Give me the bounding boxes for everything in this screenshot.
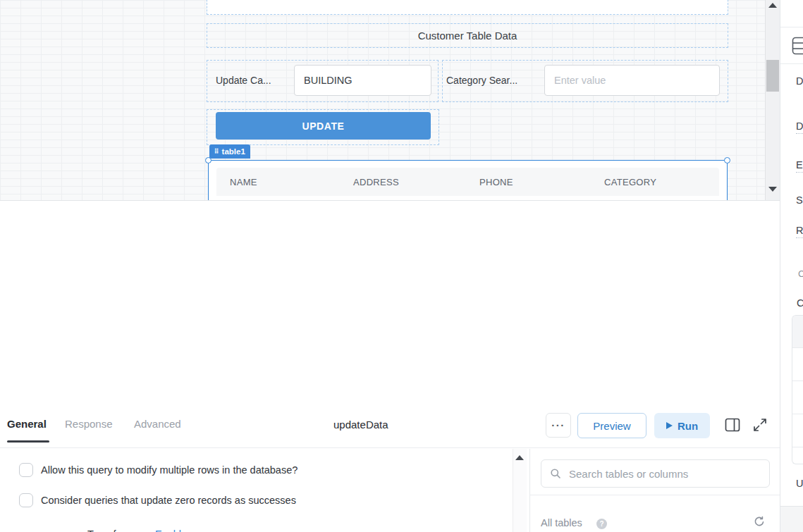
inspector-label-fragment: S — [796, 194, 803, 206]
update-button[interactable]: UPDATE — [216, 112, 431, 140]
expand-icon[interactable] — [752, 416, 768, 433]
help-glyph: ? — [599, 520, 603, 528]
inspector-panel: D D E S R C C U — [780, 0, 803, 532]
table-column-header[interactable]: PHONE — [479, 168, 513, 196]
inspector-list-row — [792, 447, 803, 464]
toggle-panel-icon[interactable] — [725, 418, 740, 432]
update-category-label: Update Ca... — [216, 60, 286, 101]
update-category-input[interactable] — [294, 65, 431, 96]
canvas-title: Customer Table Data — [418, 30, 517, 42]
inspector-label-fragment: R — [796, 225, 803, 238]
category-search-input[interactable] — [544, 65, 720, 96]
inspector-label-fragment: U — [796, 478, 803, 489]
help-icon[interactable]: ? — [596, 519, 607, 529]
table1-component[interactable]: NAME ADDRESS PHONE CATEGORY — [208, 160, 728, 200]
table-column-header[interactable]: CATEGORY — [604, 168, 656, 196]
inspector-header-divider — [780, 27, 803, 27]
tab-advanced[interactable]: Advanced — [134, 418, 181, 430]
table-column-header[interactable]: NAME — [230, 168, 257, 196]
app-root: Customer Table Data Update Ca... Categor… — [0, 0, 803, 532]
canvas-scrollbar-thumb[interactable] — [766, 60, 779, 92]
editor-scrollbar[interactable] — [513, 449, 527, 532]
schema-panel-divider — [529, 449, 530, 532]
selection-handle-right[interactable] — [724, 157, 730, 163]
inspector-list-header — [792, 316, 803, 348]
multiple-rows-checkbox[interactable] — [19, 463, 33, 477]
active-tab-underline — [7, 440, 49, 443]
app-canvas[interactable]: Customer Table Data Update Ca... Categor… — [0, 0, 765, 200]
table1-tag-label: table1 — [222, 147, 245, 156]
header-component-fragment[interactable] — [207, 0, 728, 15]
title-container[interactable]: Customer Table Data — [207, 23, 728, 48]
transformer-label: Transformer — [87, 528, 142, 532]
tab-response[interactable]: Response — [65, 418, 113, 430]
drag-handle-icon[interactable]: ⠿ — [214, 149, 219, 155]
tabbar-divider — [0, 447, 780, 448]
run-button[interactable]: Run — [654, 413, 710, 438]
search-icon — [550, 468, 561, 479]
schema-search-input[interactable] — [568, 467, 761, 481]
inspector-label-fragment: D — [796, 120, 803, 134]
zero-records-checkbox[interactable] — [19, 493, 33, 507]
tab-general[interactable]: General — [7, 418, 47, 430]
canvas-scrollbar[interactable] — [765, 0, 780, 200]
query-menu-button[interactable]: ··· — [546, 413, 571, 438]
run-button-label: Run — [678, 420, 698, 432]
preview-button[interactable]: Preview — [577, 413, 646, 438]
refresh-icon[interactable] — [753, 515, 766, 528]
transformer-enable-link[interactable]: Enable — [155, 528, 187, 532]
category-search-label: Category Sear... — [446, 60, 538, 101]
inspector-list-row — [792, 381, 803, 414]
schema-search-box[interactable] — [541, 459, 770, 488]
component-icon — [792, 37, 803, 55]
multiple-rows-label: Allow this query to modify multiple rows… — [41, 464, 298, 476]
inspector-label-fragment: D — [796, 75, 803, 87]
query-editor-panel: General Response Advanced updateData ···… — [0, 200, 780, 532]
inspector-divider — [780, 63, 803, 64]
all-tables-label: All tables — [541, 517, 582, 528]
table1-selection-tag[interactable]: ⠿ table1 — [209, 144, 250, 159]
play-icon — [666, 422, 673, 429]
schema-search-divider — [529, 495, 780, 495]
inspector-list-fragment — [792, 315, 803, 464]
scroll-down-arrow[interactable] — [768, 187, 777, 192]
selection-handle-left[interactable] — [205, 157, 212, 163]
inspector-footer — [780, 507, 803, 532]
table-header-row: NAME ADDRESS PHONE CATEGORY — [216, 168, 719, 196]
zero-records-label: Consider queries that update zero record… — [41, 495, 296, 506]
inspector-label-fragment: E — [796, 159, 803, 173]
query-title: updateData — [333, 419, 388, 431]
inspector-list-row — [792, 348, 803, 381]
table-column-header[interactable]: ADDRESS — [353, 168, 399, 196]
inspector-section-fragment: C — [798, 268, 803, 279]
editor-scroll-up-arrow[interactable] — [515, 455, 524, 460]
inspector-label-fragment: C — [797, 297, 803, 309]
scroll-up-arrow[interactable] — [768, 3, 777, 8]
inspector-list-row — [792, 414, 803, 447]
